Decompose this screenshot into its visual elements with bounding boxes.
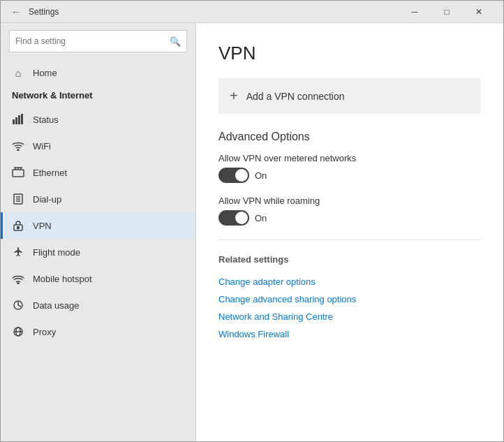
page-title: VPN: [218, 43, 481, 64]
advanced-options-title: Advanced Options: [218, 131, 481, 143]
sidebar-item-proxy-label: Proxy: [33, 327, 56, 337]
related-link-0[interactable]: Change adapter options: [218, 273, 481, 290]
close-button[interactable]: ✕: [463, 1, 495, 23]
sidebar-item-wifi-label: WiFi: [33, 141, 51, 152]
proxy-icon: [12, 325, 24, 338]
sidebar-item-status-label: Status: [33, 115, 59, 125]
datausage-icon: [12, 299, 24, 311]
sidebar-item-dialup-label: Dial-up: [33, 194, 61, 205]
toggle1-label: Allow VPN over metered networks: [218, 153, 481, 163]
title-bar: ← Settings ─ □ ✕: [1, 1, 503, 23]
svg-rect-0: [13, 119, 15, 124]
related-link-3[interactable]: Windows Firewall: [218, 325, 481, 343]
sidebar-item-ethernet[interactable]: Ethernet: [1, 159, 195, 186]
window-controls: ─ □ ✕: [399, 1, 495, 23]
toggle2-status: On: [255, 213, 267, 223]
svg-point-4: [17, 149, 19, 151]
window-title: Settings: [29, 7, 399, 17]
toggle2-switch[interactable]: [218, 210, 249, 226]
sidebar: 🔍 ⌂ Home Network & Internet Status: [1, 23, 196, 441]
related-link-1[interactable]: Change advanced sharing options: [218, 290, 481, 308]
related-settings-title: Related settings: [218, 254, 481, 265]
toggle-metered-networks: Allow VPN over metered networks On: [218, 153, 481, 183]
search-icon: 🔍: [170, 36, 181, 47]
svg-point-15: [17, 227, 20, 229]
add-icon: +: [230, 88, 238, 104]
wifi-icon: [12, 140, 24, 152]
related-link-2[interactable]: Network and Sharing Centre: [218, 308, 481, 325]
maximize-button[interactable]: □: [431, 1, 463, 23]
toggle1-status: On: [255, 170, 267, 181]
ethernet-icon: [12, 166, 24, 179]
sidebar-item-ethernet-label: Ethernet: [33, 168, 67, 178]
window-content: 🔍 ⌂ Home Network & Internet Status: [1, 23, 503, 441]
toggle2-container: On: [218, 210, 481, 226]
sidebar-item-datausage[interactable]: Data usage: [1, 292, 195, 318]
sidebar-item-mobilehotspot-label: Mobile hotspot: [33, 274, 92, 284]
toggle2-label: Allow VPN while roaming: [218, 196, 481, 206]
sidebar-section-title: Network & Internet: [1, 86, 195, 106]
svg-rect-3: [21, 114, 23, 124]
toggle1-switch[interactable]: [218, 168, 249, 183]
search-input[interactable]: [15, 36, 170, 46]
main-content: VPN + Add a VPN connection Advanced Opti…: [196, 23, 503, 441]
svg-point-16: [17, 283, 19, 284]
minimize-button[interactable]: ─: [399, 1, 431, 23]
svg-rect-5: [13, 170, 24, 177]
back-button[interactable]: ←: [9, 5, 23, 19]
sidebar-item-proxy[interactable]: Proxy: [1, 318, 195, 345]
toggle1-container: On: [218, 168, 481, 183]
svg-rect-2: [18, 115, 20, 124]
section-divider: [218, 240, 481, 240]
hotspot-icon: [12, 272, 24, 285]
vpn-icon: [12, 219, 24, 232]
sidebar-item-vpn-label: VPN: [33, 221, 52, 231]
status-icon: [12, 113, 24, 126]
add-vpn-label: Add a VPN connection: [246, 91, 345, 102]
sidebar-item-mobilehotspot[interactable]: Mobile hotspot: [1, 265, 195, 292]
sidebar-item-home[interactable]: ⌂ Home: [1, 59, 195, 86]
sidebar-item-flightmode[interactable]: Flight mode: [1, 239, 195, 265]
toggle-roaming: Allow VPN while roaming On: [218, 196, 481, 226]
svg-rect-1: [15, 117, 17, 124]
dialup-icon: [12, 193, 24, 205]
home-icon: ⌂: [12, 66, 24, 79]
sidebar-item-status[interactable]: Status: [1, 106, 195, 133]
sidebar-item-datausage-label: Data usage: [33, 300, 80, 311]
flight-icon: [12, 246, 24, 258]
search-box[interactable]: 🔍: [9, 30, 187, 52]
sidebar-item-home-label: Home: [33, 68, 57, 78]
sidebar-item-wifi[interactable]: WiFi: [1, 133, 195, 159]
settings-window: ← Settings ─ □ ✕ 🔍 ⌂ Home Network & Inte…: [0, 0, 504, 442]
sidebar-item-vpn[interactable]: VPN: [1, 212, 195, 239]
add-vpn-button[interactable]: + Add a VPN connection: [218, 78, 481, 114]
sidebar-item-dialup[interactable]: Dial-up: [1, 186, 195, 212]
sidebar-item-flightmode-label: Flight mode: [33, 247, 80, 258]
